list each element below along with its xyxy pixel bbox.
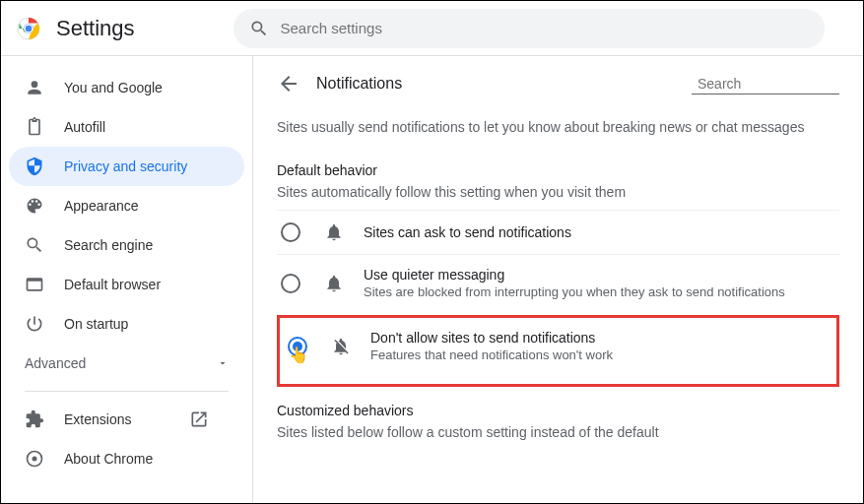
svg-point-4 — [33, 457, 37, 462]
sidebar: You and Google Autofill Privacy and secu… — [1, 56, 253, 503]
sidebar-item-label: Autofill — [64, 119, 105, 135]
divider — [25, 391, 229, 392]
extension-icon — [25, 410, 44, 429]
clipboard-icon — [25, 117, 44, 137]
bell-icon — [324, 222, 344, 242]
search-icon — [249, 19, 269, 38]
option-sites-can-ask[interactable]: Sites can ask to send notifications — [277, 210, 839, 254]
palette-icon — [25, 196, 44, 216]
section-title: Notifications — [316, 75, 402, 93]
sidebar-item-label: You and Google — [64, 80, 163, 95]
inline-search[interactable] — [692, 74, 839, 94]
sidebar-item-label: Appearance — [64, 198, 139, 214]
external-link-icon — [189, 410, 209, 429]
option-dont-allow[interactable]: Don't allow sites to send notificationsF… — [280, 326, 836, 366]
sidebar-item-appearance[interactable]: Appearance — [9, 186, 244, 225]
sidebar-item-label: Search engine — [64, 237, 153, 253]
sidebar-item-default-browser[interactable]: Default browser — [9, 265, 244, 304]
browser-icon — [25, 275, 44, 294]
option-quieter-messaging[interactable]: Use quieter messagingSites are blocked f… — [277, 254, 839, 311]
person-icon — [25, 78, 44, 97]
sidebar-item-autofill[interactable]: Autofill — [9, 107, 244, 147]
option-subtitle: Features that need notifications won't w… — [370, 347, 613, 362]
sidebar-item-search-engine[interactable]: Search engine — [9, 225, 244, 265]
sidebar-item-you-and-google[interactable]: You and Google — [9, 68, 244, 107]
back-button[interactable] — [277, 72, 300, 95]
chrome-outline-icon — [25, 449, 44, 469]
sidebar-item-on-startup[interactable]: On startup — [9, 304, 244, 344]
default-behavior-subheading: Sites automatically follow this setting … — [277, 184, 839, 200]
advanced-label: Advanced — [25, 355, 86, 371]
option-title: Sites can ask to send notifications — [364, 224, 571, 240]
option-title: Don't allow sites to send notifications — [370, 330, 613, 346]
bell-icon — [324, 274, 344, 293]
sidebar-item-label: On startup — [64, 316, 128, 332]
radio-unchecked[interactable] — [281, 222, 300, 242]
search-settings-input[interactable] — [281, 20, 809, 36]
default-behavior-heading: Default behavior — [277, 162, 839, 178]
power-icon — [25, 314, 44, 334]
sidebar-item-label: Extensions — [64, 411, 131, 427]
sidebar-item-label: Privacy and security — [64, 158, 187, 174]
bell-off-icon — [331, 337, 351, 356]
page-title: Settings — [56, 16, 135, 41]
option-subtitle: Sites are blocked from interrupting you … — [364, 284, 785, 299]
app-header: Settings — [1, 1, 863, 56]
sidebar-item-privacy-security[interactable]: Privacy and security — [9, 147, 244, 186]
search-icon — [25, 235, 44, 255]
sidebar-item-label: About Chrome — [64, 451, 153, 467]
option-title: Use quieter messaging — [364, 267, 785, 283]
customized-behaviors-subheading: Sites listed below follow a custom setti… — [277, 424, 839, 440]
sidebar-item-label: Default browser — [64, 277, 161, 292]
radio-unchecked[interactable] — [281, 274, 300, 293]
shield-icon — [25, 157, 44, 176]
inline-search-input[interactable] — [698, 76, 863, 92]
search-settings-box[interactable] — [233, 9, 825, 48]
chrome-logo-icon — [17, 17, 40, 40]
main-content: Notifications Sites usually send notific… — [253, 56, 863, 503]
highlighted-option-box: Don't allow sites to send notificationsF… — [277, 315, 839, 387]
chevron-down-icon — [217, 357, 229, 369]
customized-behaviors-heading: Customized behaviors — [277, 403, 839, 418]
sidebar-item-extensions[interactable]: Extensions — [9, 400, 244, 439]
sidebar-item-about-chrome[interactable]: About Chrome — [9, 439, 244, 478]
section-description: Sites usually send notifications to let … — [277, 119, 839, 135]
cursor-pointer-icon: 👆 — [289, 346, 308, 364]
sidebar-advanced-toggle[interactable]: Advanced — [9, 344, 244, 383]
svg-point-2 — [25, 25, 33, 32]
